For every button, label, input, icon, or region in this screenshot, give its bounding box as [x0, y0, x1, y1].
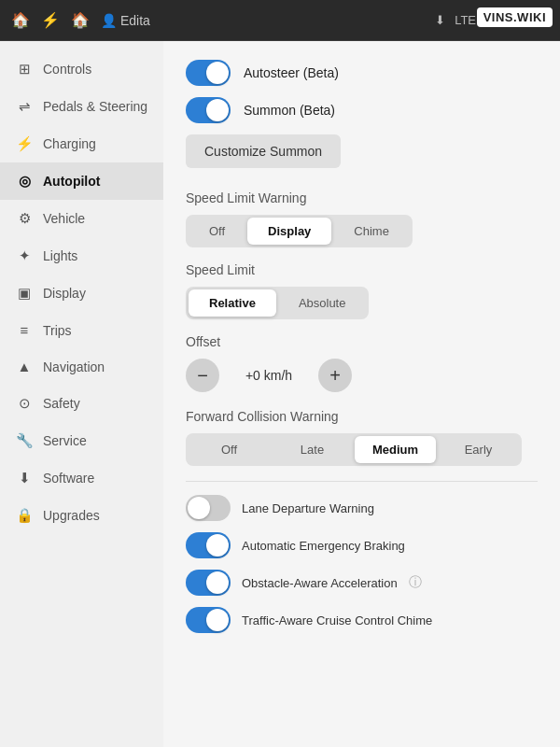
display-icon: ▣: [15, 285, 34, 302]
sidebar-label-pedals: Pedals & Steering: [43, 99, 147, 114]
lightning-icon: ⚡: [41, 11, 60, 29]
username: Edita: [120, 13, 150, 28]
offset-plus-button[interactable]: +: [318, 359, 352, 392]
oaa-row: Obstacle-Aware Acceleration ⓘ: [186, 570, 538, 596]
sidebar-label-lights: Lights: [43, 248, 77, 263]
sidebar-label-charging: Charging: [43, 136, 96, 151]
sidebar-label-trips: Trips: [43, 323, 72, 338]
oaa-label: Obstacle-Aware Acceleration: [242, 576, 398, 590]
nav-icon: 🏠: [71, 11, 90, 29]
charging-icon: ⚡: [15, 135, 34, 152]
oaa-knob: [206, 571, 229, 594]
oaa-info-icon[interactable]: ⓘ: [409, 574, 422, 591]
home-icon: 🏠: [11, 11, 30, 29]
ldw-toggle[interactable]: [186, 495, 231, 521]
sidebar-item-safety[interactable]: ⊙ Safety: [0, 385, 163, 422]
sidebar-item-navigation[interactable]: ▲ Navigation: [0, 348, 163, 385]
fcw-medium[interactable]: Medium: [355, 436, 436, 463]
lights-icon: ✦: [15, 247, 34, 264]
fcw-early[interactable]: Early: [438, 436, 519, 463]
customize-summon-button[interactable]: Customize Summon: [186, 134, 341, 168]
sidebar-item-display[interactable]: ▣ Display: [0, 275, 163, 312]
sidebar-item-charging[interactable]: ⚡ Charging: [0, 125, 163, 162]
summon-row: Summon (Beta): [186, 97, 538, 123]
main-layout: ⊞ Controls ⇌ Pedals & Steering ⚡ Chargin…: [0, 41, 560, 747]
sidebar-label-vehicle: Vehicle: [43, 211, 85, 226]
user-icon: 👤: [101, 13, 117, 28]
sidebar-label-service: Service: [43, 433, 87, 448]
sidebar-label-display: Display: [43, 286, 86, 301]
upgrades-icon: 🔒: [15, 507, 34, 524]
slw-chime[interactable]: Chime: [333, 218, 410, 245]
sidebar-label-controls: Controls: [43, 62, 91, 77]
sidebar-item-autopilot[interactable]: ◎ Autopilot: [0, 162, 163, 200]
sl-relative[interactable]: Relative: [189, 289, 276, 317]
service-icon: 🔧: [15, 432, 34, 449]
aeb-row: Automatic Emergency Braking: [186, 532, 538, 558]
summon-toggle[interactable]: [186, 97, 231, 123]
speed-limit-warning-title: Speed Limit Warning: [186, 190, 538, 205]
offset-minus-button[interactable]: −: [186, 359, 219, 392]
autosteer-row: Autosteer (Beta): [186, 60, 538, 86]
tacc-toggle[interactable]: [186, 607, 231, 633]
aeb-label: Automatic Emergency Braking: [242, 539, 405, 553]
content-panel: Autosteer (Beta) Summon (Beta) Customize…: [163, 41, 560, 747]
aeb-toggle[interactable]: [186, 532, 231, 558]
tacc-knob: [206, 609, 229, 631]
software-icon: ⬇: [15, 470, 34, 486]
sidebar-item-pedals[interactable]: ⇌ Pedals & Steering: [0, 88, 163, 125]
ldw-knob: [188, 497, 210, 519]
sidebar-label-software: Software: [43, 471, 94, 486]
speed-limit-warning-segmented: Off Display Chime: [186, 215, 413, 247]
speed-limit-segmented: Relative Absolute: [186, 287, 369, 319]
summon-label: Summon (Beta): [244, 103, 335, 118]
speed-limit-title: Speed Limit: [186, 262, 538, 277]
slw-off[interactable]: Off: [189, 218, 245, 245]
slw-display[interactable]: Display: [247, 218, 331, 245]
sidebar-item-controls[interactable]: ⊞ Controls: [0, 50, 163, 88]
navigation-icon: ▲: [15, 359, 34, 374]
fcw-off[interactable]: Off: [189, 436, 270, 463]
summon-knob: [206, 99, 229, 121]
trips-icon: ≡: [15, 322, 34, 338]
autosteer-toggle[interactable]: [186, 60, 231, 86]
sidebar-label-upgrades: Upgrades: [43, 508, 100, 523]
fcw-late[interactable]: Late: [272, 436, 353, 463]
sidebar-item-vehicle[interactable]: ⚙ Vehicle: [0, 200, 163, 237]
sidebar-label-safety: Safety: [43, 396, 80, 411]
pedals-icon: ⇌: [15, 98, 34, 115]
offset-control: − +0 km/h +: [186, 359, 538, 392]
offset-title: Offset: [186, 334, 538, 349]
sidebar-item-service[interactable]: 🔧 Service: [0, 422, 163, 459]
divider: [186, 481, 538, 482]
sl-absolute[interactable]: Absolute: [278, 289, 367, 317]
sidebar-label-autopilot: Autopilot: [43, 174, 100, 189]
sidebar-item-lights[interactable]: ✦ Lights: [0, 237, 163, 275]
sidebar-label-navigation: Navigation: [43, 359, 105, 374]
fcw-segmented: Off Late Medium Early: [186, 433, 522, 466]
tacc-row: Traffic-Aware Cruise Control Chime: [186, 607, 538, 633]
fcw-title: Forward Collision Warning: [186, 409, 538, 424]
ldw-row: Lane Departure Warning: [186, 495, 538, 521]
offset-section: Offset − +0 km/h +: [186, 334, 538, 392]
oaa-toggle[interactable]: [186, 570, 231, 596]
safety-icon: ⊙: [15, 395, 34, 412]
sidebar: ⊞ Controls ⇌ Pedals & Steering ⚡ Chargin…: [0, 41, 163, 747]
sidebar-item-upgrades[interactable]: 🔒 Upgrades: [0, 497, 163, 534]
signal-strength: LTE: [455, 13, 476, 27]
autosteer-knob: [206, 62, 229, 84]
watermark: VINS.WIKI: [477, 7, 553, 27]
tacc-label: Traffic-Aware Cruise Control Chime: [242, 613, 432, 627]
ldw-label: Lane Departure Warning: [242, 501, 374, 515]
sidebar-item-trips[interactable]: ≡ Trips: [0, 312, 163, 348]
vehicle-icon: ⚙: [15, 210, 34, 227]
controls-icon: ⊞: [15, 61, 34, 78]
autopilot-icon: ◎: [15, 173, 34, 190]
offset-value: +0 km/h: [236, 368, 301, 383]
aeb-knob: [206, 534, 229, 557]
download-icon: ⬇: [435, 13, 445, 27]
autosteer-label: Autosteer (Beta): [244, 65, 339, 80]
user-info: 👤 Edita: [101, 13, 150, 28]
sidebar-item-software[interactable]: ⬇ Software: [0, 459, 163, 497]
